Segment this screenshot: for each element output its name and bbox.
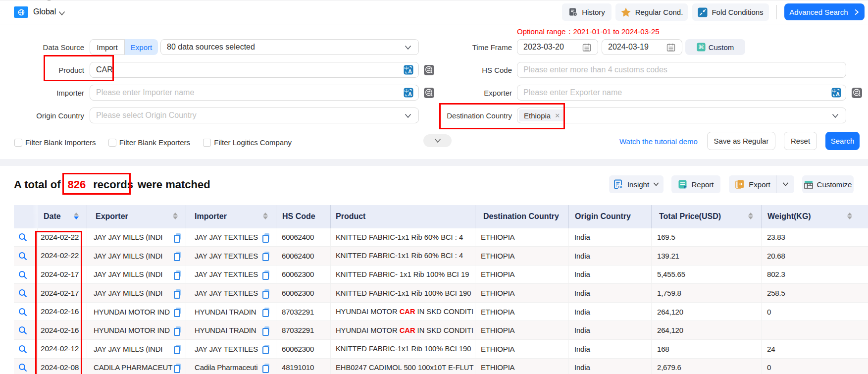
svg-text:BI: BI xyxy=(618,185,622,189)
svg-text:A: A xyxy=(836,91,840,97)
svg-text:⌘: ⌘ xyxy=(698,44,704,51)
svg-text:A: A xyxy=(408,91,412,97)
svg-text:A: A xyxy=(408,68,412,74)
